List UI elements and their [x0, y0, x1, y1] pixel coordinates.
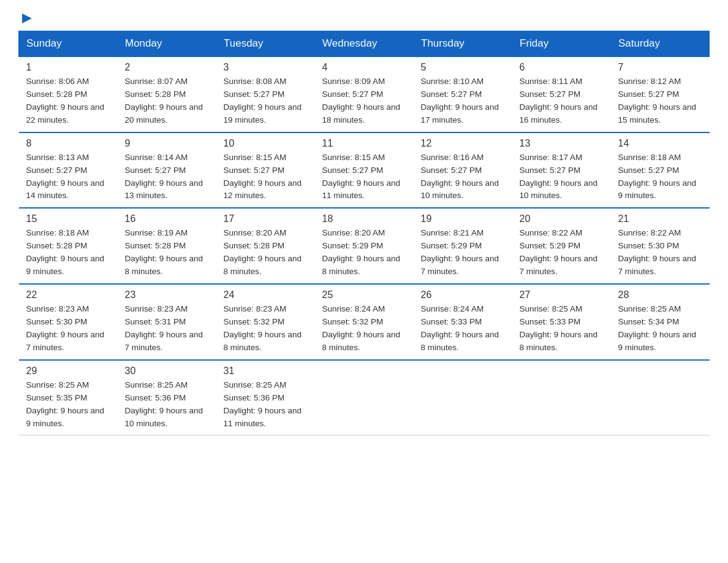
- calendar-cell: 25Sunrise: 8:24 AMSunset: 5:32 PMDayligh…: [315, 284, 414, 360]
- svg-marker-0: [22, 13, 32, 23]
- day-detail: Sunrise: 8:13 AMSunset: 5:27 PMDaylight:…: [26, 151, 110, 203]
- day-detail: Sunrise: 8:15 AMSunset: 5:27 PMDaylight:…: [322, 151, 406, 203]
- day-detail: Sunrise: 8:08 AMSunset: 5:27 PMDaylight:…: [224, 75, 308, 127]
- calendar-cell: 12Sunrise: 8:16 AMSunset: 5:27 PMDayligh…: [414, 132, 512, 209]
- day-number: 5: [421, 62, 505, 73]
- calendar-cell: 31Sunrise: 8:25 AMSunset: 5:36 PMDayligh…: [216, 360, 315, 435]
- day-number: 26: [421, 289, 505, 301]
- logo: [18, 12, 34, 25]
- week-row-1: 1Sunrise: 8:06 AMSunset: 5:28 PMDaylight…: [19, 56, 710, 132]
- day-detail: Sunrise: 8:09 AMSunset: 5:27 PMDaylight:…: [322, 75, 406, 127]
- day-detail: Sunrise: 8:22 AMSunset: 5:30 PMDaylight:…: [618, 227, 702, 278]
- calendar-cell: 17Sunrise: 8:20 AMSunset: 5:28 PMDayligh…: [216, 208, 315, 284]
- calendar-cell: 29Sunrise: 8:25 AMSunset: 5:35 PMDayligh…: [19, 360, 118, 435]
- calendar-cell: 21Sunrise: 8:22 AMSunset: 5:30 PMDayligh…: [611, 208, 710, 284]
- logo-flag-icon: [20, 12, 34, 27]
- day-number: 30: [125, 366, 209, 377]
- day-detail: Sunrise: 8:14 AMSunset: 5:27 PMDaylight:…: [125, 151, 209, 203]
- calendar-cell: 27Sunrise: 8:25 AMSunset: 5:33 PMDayligh…: [512, 284, 611, 360]
- calendar-cell: 19Sunrise: 8:21 AMSunset: 5:29 PMDayligh…: [414, 208, 512, 284]
- day-detail: Sunrise: 8:06 AMSunset: 5:28 PMDaylight:…: [26, 75, 110, 127]
- calendar-cell: 30Sunrise: 8:25 AMSunset: 5:36 PMDayligh…: [118, 360, 216, 435]
- header-monday: Monday: [118, 31, 216, 57]
- day-number: 27: [520, 289, 604, 301]
- day-number: 10: [224, 138, 308, 149]
- day-number: 2: [125, 62, 209, 73]
- day-number: 31: [224, 366, 308, 377]
- calendar-cell: 7Sunrise: 8:12 AMSunset: 5:27 PMDaylight…: [611, 56, 710, 132]
- calendar-cell: 22Sunrise: 8:23 AMSunset: 5:30 PMDayligh…: [19, 284, 118, 360]
- day-number: 28: [618, 289, 702, 301]
- day-detail: Sunrise: 8:11 AMSunset: 5:27 PMDaylight:…: [520, 75, 604, 127]
- day-number: 22: [26, 289, 110, 301]
- day-number: 18: [322, 213, 406, 224]
- day-detail: Sunrise: 8:15 AMSunset: 5:27 PMDaylight:…: [224, 151, 308, 203]
- day-number: 25: [322, 289, 406, 301]
- calendar-cell: 26Sunrise: 8:24 AMSunset: 5:33 PMDayligh…: [414, 284, 512, 360]
- day-detail: Sunrise: 8:25 AMSunset: 5:36 PMDaylight:…: [224, 379, 308, 431]
- day-number: 24: [224, 289, 308, 301]
- calendar-cell: 18Sunrise: 8:20 AMSunset: 5:29 PMDayligh…: [315, 208, 414, 284]
- calendar-cell: 24Sunrise: 8:23 AMSunset: 5:32 PMDayligh…: [216, 284, 315, 360]
- calendar-cell: 5Sunrise: 8:10 AMSunset: 5:27 PMDaylight…: [414, 56, 512, 132]
- day-detail: Sunrise: 8:23 AMSunset: 5:31 PMDaylight:…: [125, 303, 209, 354]
- day-number: 6: [520, 62, 604, 73]
- day-number: 1: [26, 62, 110, 73]
- day-number: 19: [421, 213, 505, 224]
- header-wednesday: Wednesday: [315, 31, 414, 57]
- day-number: 29: [26, 366, 110, 377]
- week-row-2: 8Sunrise: 8:13 AMSunset: 5:27 PMDaylight…: [19, 132, 710, 209]
- day-detail: Sunrise: 8:24 AMSunset: 5:33 PMDaylight:…: [421, 303, 505, 354]
- calendar-cell: [512, 360, 611, 435]
- header-sunday: Sunday: [19, 31, 118, 57]
- calendar-cell: 28Sunrise: 8:25 AMSunset: 5:34 PMDayligh…: [611, 284, 710, 360]
- day-detail: Sunrise: 8:16 AMSunset: 5:27 PMDaylight:…: [421, 151, 505, 203]
- calendar-cell: 15Sunrise: 8:18 AMSunset: 5:28 PMDayligh…: [19, 208, 118, 284]
- day-number: 14: [618, 138, 702, 149]
- header-saturday: Saturday: [611, 31, 710, 57]
- calendar-cell: [611, 360, 710, 435]
- day-detail: Sunrise: 8:18 AMSunset: 5:28 PMDaylight:…: [26, 227, 110, 278]
- day-detail: Sunrise: 8:12 AMSunset: 5:27 PMDaylight:…: [618, 75, 702, 127]
- calendar-cell: 10Sunrise: 8:15 AMSunset: 5:27 PMDayligh…: [216, 132, 315, 209]
- calendar-cell: 16Sunrise: 8:19 AMSunset: 5:28 PMDayligh…: [118, 208, 216, 284]
- day-detail: Sunrise: 8:23 AMSunset: 5:30 PMDaylight:…: [26, 303, 110, 354]
- day-detail: Sunrise: 8:22 AMSunset: 5:29 PMDaylight:…: [520, 227, 604, 278]
- day-detail: Sunrise: 8:07 AMSunset: 5:28 PMDaylight:…: [125, 75, 209, 127]
- day-detail: Sunrise: 8:20 AMSunset: 5:28 PMDaylight:…: [224, 227, 308, 278]
- week-row-3: 15Sunrise: 8:18 AMSunset: 5:28 PMDayligh…: [19, 208, 710, 284]
- calendar-cell: 20Sunrise: 8:22 AMSunset: 5:29 PMDayligh…: [512, 208, 611, 284]
- day-detail: Sunrise: 8:20 AMSunset: 5:29 PMDaylight:…: [322, 227, 406, 278]
- calendar-cell: 11Sunrise: 8:15 AMSunset: 5:27 PMDayligh…: [315, 132, 414, 209]
- day-detail: Sunrise: 8:25 AMSunset: 5:33 PMDaylight:…: [520, 303, 604, 354]
- day-detail: Sunrise: 8:18 AMSunset: 5:27 PMDaylight:…: [618, 151, 702, 203]
- day-detail: Sunrise: 8:24 AMSunset: 5:32 PMDaylight:…: [322, 303, 406, 354]
- calendar-cell: 2Sunrise: 8:07 AMSunset: 5:28 PMDaylight…: [118, 56, 216, 132]
- week-row-5: 29Sunrise: 8:25 AMSunset: 5:35 PMDayligh…: [19, 360, 710, 435]
- calendar-cell: 13Sunrise: 8:17 AMSunset: 5:27 PMDayligh…: [512, 132, 611, 209]
- day-number: 7: [618, 62, 702, 73]
- day-detail: Sunrise: 8:23 AMSunset: 5:32 PMDaylight:…: [224, 303, 308, 354]
- calendar-cell: 9Sunrise: 8:14 AMSunset: 5:27 PMDaylight…: [118, 132, 216, 209]
- page-header: [18, 12, 710, 25]
- day-number: 20: [520, 213, 604, 224]
- calendar-cell: 14Sunrise: 8:18 AMSunset: 5:27 PMDayligh…: [611, 132, 710, 209]
- day-number: 15: [26, 213, 110, 224]
- day-detail: Sunrise: 8:25 AMSunset: 5:34 PMDaylight:…: [618, 303, 702, 354]
- day-number: 8: [26, 138, 110, 149]
- day-number: 3: [224, 62, 308, 73]
- calendar-cell: 4Sunrise: 8:09 AMSunset: 5:27 PMDaylight…: [315, 56, 414, 132]
- calendar-cell: 8Sunrise: 8:13 AMSunset: 5:27 PMDaylight…: [19, 132, 118, 209]
- header-tuesday: Tuesday: [216, 31, 315, 57]
- day-number: 4: [322, 62, 406, 73]
- day-detail: Sunrise: 8:10 AMSunset: 5:27 PMDaylight:…: [421, 75, 505, 127]
- calendar-cell: [414, 360, 512, 435]
- calendar-cell: [315, 360, 414, 435]
- calendar-header-row: SundayMondayTuesdayWednesdayThursdayFrid…: [19, 31, 710, 57]
- calendar-cell: 1Sunrise: 8:06 AMSunset: 5:28 PMDaylight…: [19, 56, 118, 132]
- day-detail: Sunrise: 8:17 AMSunset: 5:27 PMDaylight:…: [520, 151, 604, 203]
- day-number: 21: [618, 213, 702, 224]
- calendar-table: SundayMondayTuesdayWednesdayThursdayFrid…: [18, 31, 710, 435]
- calendar-cell: 6Sunrise: 8:11 AMSunset: 5:27 PMDaylight…: [512, 56, 611, 132]
- day-detail: Sunrise: 8:21 AMSunset: 5:29 PMDaylight:…: [421, 227, 505, 278]
